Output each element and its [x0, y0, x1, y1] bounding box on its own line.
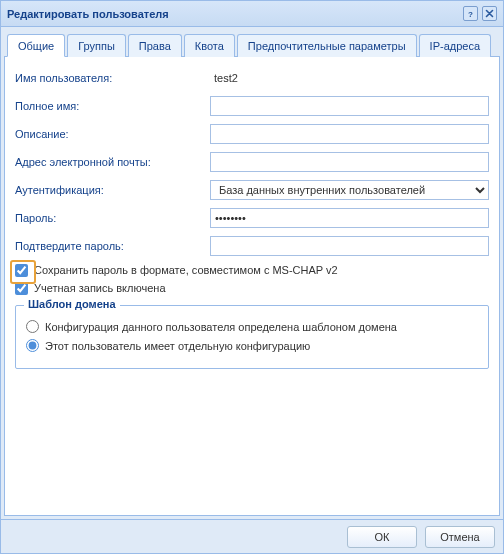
row-password: Пароль: — [15, 207, 489, 229]
tab-groups[interactable]: Группы — [67, 34, 126, 57]
tabstrip: Общие Группы Права Квота Предпочтительны… — [4, 30, 500, 57]
label-confirm: Подтвердите пароль: — [15, 240, 210, 252]
tab-quota[interactable]: Квота — [184, 34, 235, 57]
radio-separate-config[interactable] — [26, 339, 39, 352]
row-auth: Аутентификация: База данных внутренних п… — [15, 179, 489, 201]
row-email: Адрес электронной почты: — [15, 151, 489, 173]
titlebar-icons: ? — [463, 6, 497, 21]
dialog-body: Общие Группы Права Квота Предпочтительны… — [1, 27, 503, 519]
fieldset-domain-template: Шаблон домена Конфигурация данного польз… — [15, 305, 489, 369]
edit-user-dialog: Редактировать пользователя ? Общие Групп… — [0, 0, 504, 554]
label-auth: Аутентификация: — [15, 184, 210, 196]
select-auth[interactable]: База данных внутренних пользователей — [210, 180, 489, 200]
tab-preferences[interactable]: Предпочтительные параметры — [237, 34, 417, 57]
row-account-enabled: Учетная запись включена — [15, 281, 489, 295]
row-username: Имя пользователя: — [15, 67, 489, 89]
input-description[interactable] — [210, 124, 489, 144]
input-username[interactable] — [210, 68, 489, 88]
dialog-title: Редактировать пользователя — [7, 8, 169, 20]
label-radio-domain: Конфигурация данного пользователя опреде… — [45, 321, 397, 333]
tab-rights[interactable]: Права — [128, 34, 182, 57]
tab-panel-general: Имя пользователя: Полное имя: Описание: … — [4, 57, 500, 516]
checkbox-account-enabled[interactable] — [15, 282, 28, 295]
label-description: Описание: — [15, 128, 210, 140]
titlebar: Редактировать пользователя ? — [1, 1, 503, 27]
input-confirm[interactable] — [210, 236, 489, 256]
label-radio-separate: Этот пользователь имеет отдельную конфиг… — [45, 340, 310, 352]
label-username: Имя пользователя: — [15, 72, 210, 84]
row-radio-separate: Этот пользователь имеет отдельную конфиг… — [26, 339, 478, 352]
row-confirm: Подтвердите пароль: — [15, 235, 489, 257]
row-mschap: Сохранить пароль в формате, совместимом … — [15, 263, 489, 277]
input-password[interactable] — [210, 208, 489, 228]
close-icon[interactable] — [482, 6, 497, 21]
help-icon[interactable]: ? — [463, 6, 478, 21]
row-radio-domain: Конфигурация данного пользователя опреде… — [26, 320, 478, 333]
tab-general[interactable]: Общие — [7, 34, 65, 57]
label-email: Адрес электронной почты: — [15, 156, 210, 168]
row-description: Описание: — [15, 123, 489, 145]
button-bar: ОК Отмена — [1, 519, 503, 553]
input-email[interactable] — [210, 152, 489, 172]
ok-button[interactable]: ОК — [347, 526, 417, 548]
svg-text:?: ? — [468, 10, 473, 19]
radio-domain-template[interactable] — [26, 320, 39, 333]
label-fullname: Полное имя: — [15, 100, 210, 112]
legend-domain-template: Шаблон домена — [24, 298, 120, 310]
tab-ipaddresses[interactable]: IP-адреса — [419, 34, 491, 57]
label-password: Пароль: — [15, 212, 210, 224]
cancel-button[interactable]: Отмена — [425, 526, 495, 548]
input-fullname[interactable] — [210, 96, 489, 116]
row-fullname: Полное имя: — [15, 95, 489, 117]
label-account-enabled: Учетная запись включена — [34, 281, 166, 295]
label-mschap: Сохранить пароль в формате, совместимом … — [34, 263, 338, 277]
checkbox-mschap[interactable] — [15, 264, 28, 277]
